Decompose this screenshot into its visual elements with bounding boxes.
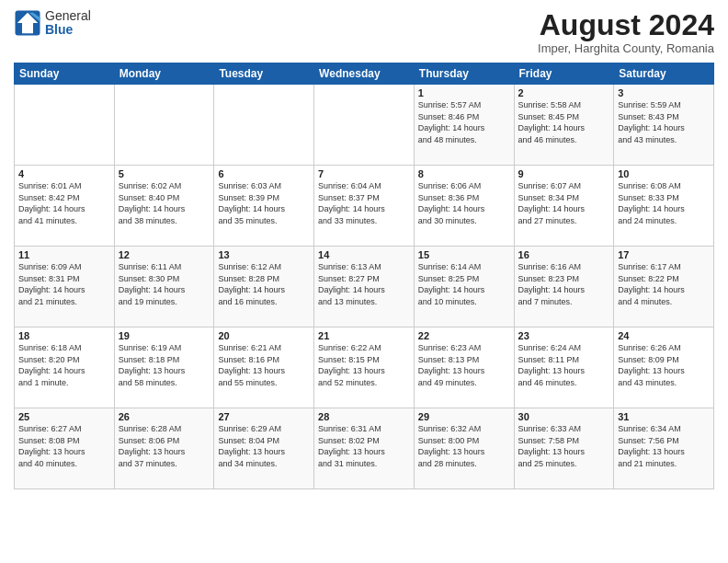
day-info: Sunrise: 6:29 AM Sunset: 8:04 PM Dayligh… bbox=[218, 423, 310, 469]
day-info: Sunrise: 6:21 AM Sunset: 8:16 PM Dayligh… bbox=[218, 342, 310, 388]
day-number: 18 bbox=[18, 330, 110, 341]
cell-0-5: 2Sunrise: 5:58 AM Sunset: 8:45 PM Daylig… bbox=[514, 85, 614, 166]
day-number: 24 bbox=[618, 330, 710, 341]
day-info: Sunrise: 6:02 AM Sunset: 8:40 PM Dayligh… bbox=[119, 180, 210, 226]
day-info: Sunrise: 6:27 AM Sunset: 8:08 PM Dayligh… bbox=[18, 423, 110, 469]
day-info: Sunrise: 6:06 AM Sunset: 8:36 PM Dayligh… bbox=[418, 180, 510, 226]
day-number: 1 bbox=[418, 87, 510, 98]
day-number: 13 bbox=[218, 249, 310, 260]
day-number: 8 bbox=[418, 168, 510, 179]
week-row-5: 25Sunrise: 6:27 AM Sunset: 8:08 PM Dayli… bbox=[15, 408, 714, 489]
day-info: Sunrise: 6:12 AM Sunset: 8:28 PM Dayligh… bbox=[218, 261, 310, 307]
cell-0-1 bbox=[114, 85, 214, 166]
day-number: 20 bbox=[218, 330, 310, 341]
day-info: Sunrise: 6:26 AM Sunset: 8:09 PM Dayligh… bbox=[618, 342, 710, 388]
day-number: 17 bbox=[618, 249, 710, 260]
day-number: 30 bbox=[518, 411, 610, 422]
logo: General Blue bbox=[14, 9, 91, 38]
logo-text: General Blue bbox=[45, 9, 91, 38]
cell-2-2: 13Sunrise: 6:12 AM Sunset: 8:28 PM Dayli… bbox=[214, 247, 314, 327]
cell-1-1: 5Sunrise: 6:02 AM Sunset: 8:40 PM Daylig… bbox=[114, 166, 214, 247]
cell-4-3: 28Sunrise: 6:31 AM Sunset: 8:02 PM Dayli… bbox=[314, 408, 415, 489]
col-friday: Friday bbox=[514, 63, 614, 85]
cell-0-6: 3Sunrise: 5:59 AM Sunset: 8:43 PM Daylig… bbox=[614, 85, 714, 166]
day-number: 9 bbox=[518, 168, 610, 179]
day-info: Sunrise: 5:59 AM Sunset: 8:43 PM Dayligh… bbox=[618, 99, 710, 145]
day-number: 14 bbox=[318, 249, 410, 260]
cell-3-6: 24Sunrise: 6:26 AM Sunset: 8:09 PM Dayli… bbox=[614, 327, 714, 408]
day-number: 26 bbox=[119, 411, 210, 422]
day-number: 29 bbox=[418, 411, 510, 422]
cell-2-1: 12Sunrise: 6:11 AM Sunset: 8:30 PM Dayli… bbox=[114, 247, 214, 327]
month-title: August 2024 bbox=[538, 9, 714, 41]
cell-0-4: 1Sunrise: 5:57 AM Sunset: 8:46 PM Daylig… bbox=[414, 85, 514, 166]
day-number: 28 bbox=[318, 411, 410, 422]
cell-3-4: 22Sunrise: 6:23 AM Sunset: 8:13 PM Dayli… bbox=[414, 327, 514, 408]
title-section: August 2024 Imper, Harghita County, Roma… bbox=[538, 9, 714, 55]
day-number: 21 bbox=[318, 330, 410, 341]
day-info: Sunrise: 6:33 AM Sunset: 7:58 PM Dayligh… bbox=[518, 423, 610, 469]
cell-2-4: 15Sunrise: 6:14 AM Sunset: 8:25 PM Dayli… bbox=[414, 247, 514, 327]
calendar-table: Sunday Monday Tuesday Wednesday Thursday… bbox=[14, 63, 714, 489]
day-number: 15 bbox=[418, 249, 510, 260]
cell-1-6: 10Sunrise: 6:08 AM Sunset: 8:33 PM Dayli… bbox=[614, 166, 714, 247]
day-number: 11 bbox=[18, 249, 110, 260]
cell-4-1: 26Sunrise: 6:28 AM Sunset: 8:06 PM Dayli… bbox=[114, 408, 214, 489]
cell-1-2: 6Sunrise: 6:03 AM Sunset: 8:39 PM Daylig… bbox=[214, 166, 314, 247]
cell-2-3: 14Sunrise: 6:13 AM Sunset: 8:27 PM Dayli… bbox=[314, 247, 415, 327]
cell-4-6: 31Sunrise: 6:34 AM Sunset: 7:56 PM Dayli… bbox=[614, 408, 714, 489]
cell-0-2 bbox=[214, 85, 314, 166]
day-info: Sunrise: 6:04 AM Sunset: 8:37 PM Dayligh… bbox=[318, 180, 410, 226]
day-info: Sunrise: 6:34 AM Sunset: 7:56 PM Dayligh… bbox=[618, 423, 710, 469]
col-tuesday: Tuesday bbox=[214, 63, 314, 85]
day-number: 31 bbox=[618, 411, 710, 422]
cell-4-4: 29Sunrise: 6:32 AM Sunset: 8:00 PM Dayli… bbox=[414, 408, 514, 489]
logo-blue: Blue bbox=[45, 23, 91, 37]
day-info: Sunrise: 6:08 AM Sunset: 8:33 PM Dayligh… bbox=[618, 180, 710, 226]
day-info: Sunrise: 6:07 AM Sunset: 8:34 PM Dayligh… bbox=[518, 180, 610, 226]
day-number: 3 bbox=[618, 87, 710, 98]
day-number: 2 bbox=[518, 87, 610, 98]
day-number: 22 bbox=[418, 330, 510, 341]
day-info: Sunrise: 6:01 AM Sunset: 8:42 PM Dayligh… bbox=[18, 180, 110, 226]
cell-2-6: 17Sunrise: 6:17 AM Sunset: 8:22 PM Dayli… bbox=[614, 247, 714, 327]
day-number: 16 bbox=[518, 249, 610, 260]
day-info: Sunrise: 6:14 AM Sunset: 8:25 PM Dayligh… bbox=[418, 261, 510, 307]
day-number: 19 bbox=[119, 330, 210, 341]
week-row-1: 1Sunrise: 5:57 AM Sunset: 8:46 PM Daylig… bbox=[15, 85, 714, 166]
cell-2-5: 16Sunrise: 6:16 AM Sunset: 8:23 PM Dayli… bbox=[514, 247, 614, 327]
day-number: 4 bbox=[18, 168, 110, 179]
day-info: Sunrise: 6:19 AM Sunset: 8:18 PM Dayligh… bbox=[119, 342, 210, 388]
cell-4-0: 25Sunrise: 6:27 AM Sunset: 8:08 PM Dayli… bbox=[15, 408, 115, 489]
col-sunday: Sunday bbox=[15, 63, 115, 85]
day-number: 5 bbox=[119, 168, 210, 179]
day-number: 23 bbox=[518, 330, 610, 341]
header: General Blue August 2024 Imper, Harghita… bbox=[14, 9, 714, 55]
day-info: Sunrise: 6:17 AM Sunset: 8:22 PM Dayligh… bbox=[618, 261, 710, 307]
cell-1-4: 8Sunrise: 6:06 AM Sunset: 8:36 PM Daylig… bbox=[414, 166, 514, 247]
day-number: 27 bbox=[218, 411, 310, 422]
day-info: Sunrise: 6:23 AM Sunset: 8:13 PM Dayligh… bbox=[418, 342, 510, 388]
cell-1-0: 4Sunrise: 6:01 AM Sunset: 8:42 PM Daylig… bbox=[15, 166, 115, 247]
day-info: Sunrise: 6:22 AM Sunset: 8:15 PM Dayligh… bbox=[318, 342, 410, 388]
cell-3-5: 23Sunrise: 6:24 AM Sunset: 8:11 PM Dayli… bbox=[514, 327, 614, 408]
col-thursday: Thursday bbox=[414, 63, 514, 85]
day-info: Sunrise: 6:24 AM Sunset: 8:11 PM Dayligh… bbox=[518, 342, 610, 388]
day-info: Sunrise: 6:31 AM Sunset: 8:02 PM Dayligh… bbox=[318, 423, 410, 469]
cell-3-0: 18Sunrise: 6:18 AM Sunset: 8:20 PM Dayli… bbox=[15, 327, 115, 408]
header-row: Sunday Monday Tuesday Wednesday Thursday… bbox=[15, 63, 714, 85]
cell-0-3 bbox=[314, 85, 415, 166]
cell-3-2: 20Sunrise: 6:21 AM Sunset: 8:16 PM Dayli… bbox=[214, 327, 314, 408]
cell-4-2: 27Sunrise: 6:29 AM Sunset: 8:04 PM Dayli… bbox=[214, 408, 314, 489]
day-info: Sunrise: 5:58 AM Sunset: 8:45 PM Dayligh… bbox=[518, 99, 610, 145]
day-info: Sunrise: 6:11 AM Sunset: 8:30 PM Dayligh… bbox=[119, 261, 210, 307]
cell-1-5: 9Sunrise: 6:07 AM Sunset: 8:34 PM Daylig… bbox=[514, 166, 614, 247]
calendar-body: 1Sunrise: 5:57 AM Sunset: 8:46 PM Daylig… bbox=[15, 85, 714, 489]
day-number: 25 bbox=[18, 411, 110, 422]
cell-3-3: 21Sunrise: 6:22 AM Sunset: 8:15 PM Dayli… bbox=[314, 327, 415, 408]
day-info: Sunrise: 6:18 AM Sunset: 8:20 PM Dayligh… bbox=[18, 342, 110, 388]
calendar-header: Sunday Monday Tuesday Wednesday Thursday… bbox=[15, 63, 714, 85]
logo-icon bbox=[14, 9, 41, 37]
page: General Blue August 2024 Imper, Harghita… bbox=[0, 0, 728, 563]
day-info: Sunrise: 6:09 AM Sunset: 8:31 PM Dayligh… bbox=[18, 261, 110, 307]
